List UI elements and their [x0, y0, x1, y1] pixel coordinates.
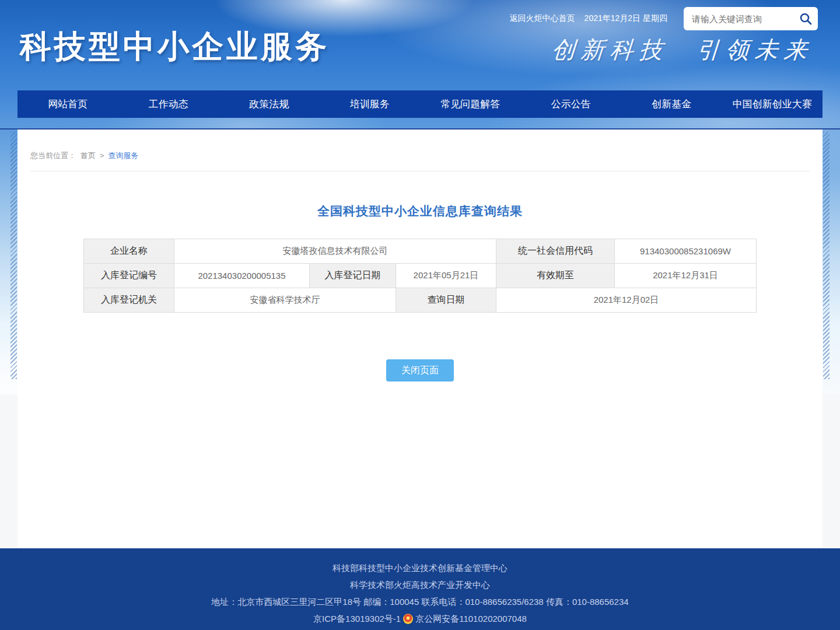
field-label: 入库登记编号: [83, 264, 174, 288]
footer-org-line-2: 科学技术部火炬高技术产业开发中心: [0, 576, 840, 593]
field-label: 企业名称: [83, 239, 174, 264]
search-icon[interactable]: [799, 12, 813, 26]
top-utility-bar: 返回火炬中心首页 2021年12月2日 星期四: [510, 0, 818, 37]
search-box: [684, 7, 818, 30]
return-torch-home-link[interactable]: 返回火炬中心首页: [510, 13, 575, 24]
nav-item-6[interactable]: 创新基金: [621, 90, 722, 118]
nav-item-3[interactable]: 培训服务: [320, 90, 421, 118]
result-table-body: 企业名称安徽塔孜信息技术有限公司统一社会信用代码9134030008523106…: [83, 239, 756, 313]
content-panel: 您当前位置：首页>查询服务 全国科技型中小企业信息库查询结果 企业名称安徽塔孜信…: [18, 130, 822, 548]
security-record-link[interactable]: 京公网安备11010202007048: [415, 610, 527, 627]
footer-record-line: 京ICP备13019302号-1 京公网安备11010202007048: [0, 610, 840, 627]
field-label: 有效期至: [496, 264, 615, 288]
close-page-button[interactable]: 关闭页面: [386, 359, 454, 382]
result-table: 企业名称安徽塔孜信息技术有限公司统一社会信用代码9134030008523106…: [83, 239, 757, 313]
current-date: 2021年12月2日 星期四: [584, 13, 667, 24]
field-label: 入库登记机关: [83, 288, 174, 313]
field-value: 安徽塔孜信息技术有限公司: [174, 239, 496, 264]
breadcrumb-separator: >: [100, 151, 104, 160]
field-value: 202134030200005135: [174, 264, 309, 288]
main-nav: 网站首页工作动态政策法规培训服务常见问题解答公示公告创新基金中国创新创业大赛: [18, 90, 822, 118]
field-value: 91340300085231069W: [615, 239, 757, 264]
site-footer: 科技部科技型中小企业技术创新基金管理中心 科学技术部火炬高技术产业开发中心 地址…: [0, 548, 840, 630]
nav-item-4[interactable]: 常见问题解答: [420, 90, 521, 118]
breadcrumb: 您当前位置：首页>查询服务: [18, 130, 822, 161]
nav-item-7[interactable]: 中国创新创业大赛: [722, 90, 823, 118]
nav-item-1[interactable]: 工作动态: [118, 90, 219, 118]
field-value: 2021年12月31日: [615, 264, 757, 288]
table-row: 企业名称安徽塔孜信息技术有限公司统一社会信用代码9134030008523106…: [83, 239, 756, 264]
field-label: 入库登记日期: [309, 264, 396, 288]
site-logo: 科技型中小企业服务: [20, 26, 330, 68]
field-label: 查询日期: [396, 288, 496, 313]
header-slogan: 创新科技 引领未来: [551, 34, 814, 66]
footer-org-line-1: 科技部科技型中小企业技术创新基金管理中心: [0, 559, 840, 576]
nav-item-5[interactable]: 公示公告: [521, 90, 622, 118]
breadcrumb-current-link[interactable]: 查询服务: [108, 151, 139, 160]
breadcrumb-divider: [30, 171, 810, 172]
search-input[interactable]: [684, 7, 818, 30]
page: 科技型中小企业服务 返回火炬中心首页 2021年12月2日 星期四 创新科技 引…: [0, 0, 840, 630]
breadcrumb-home-link[interactable]: 首页: [80, 151, 96, 160]
table-row: 入库登记机关安徽省科学技术厅查询日期2021年12月02日: [83, 288, 756, 313]
breadcrumb-prefix: 您当前位置：: [30, 151, 76, 160]
nav-item-0[interactable]: 网站首页: [18, 90, 118, 118]
field-value: 2021年12月02日: [496, 288, 757, 313]
nav-item-2[interactable]: 政策法规: [219, 90, 320, 118]
police-emblem-icon: [403, 614, 413, 624]
field-value: 2021年05月21日: [396, 264, 496, 288]
page-title: 全国科技型中小企业信息库查询结果: [18, 203, 822, 219]
table-row: 入库登记编号202134030200005135入库登记日期2021年05月21…: [83, 264, 756, 288]
field-label: 统一社会信用代码: [496, 239, 615, 264]
field-value: 安徽省科学技术厅: [174, 288, 396, 313]
footer-contact-line: 地址：北京市西城区三里河二区甲18号 邮编：100045 联系电话：010-88…: [0, 593, 840, 610]
icp-record-link[interactable]: 京ICP备13019302号-1: [313, 610, 401, 627]
